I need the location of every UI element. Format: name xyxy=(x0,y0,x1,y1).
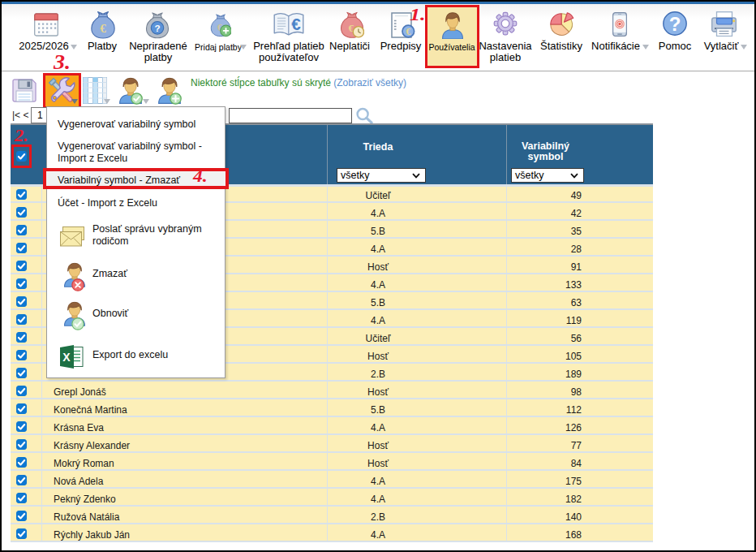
svg-text:€: € xyxy=(406,27,410,37)
svg-text:€: € xyxy=(100,22,106,35)
svg-text:€: € xyxy=(291,15,301,33)
svg-text:?: ? xyxy=(669,13,681,35)
svg-text:?: ? xyxy=(154,23,160,33)
